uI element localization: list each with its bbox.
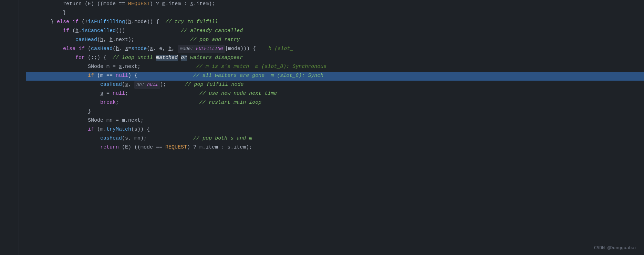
- token: if: [88, 125, 94, 134]
- code-line-3: } else if (!isFulfilling(h.mode)) { // t…: [26, 18, 644, 27]
- code-line-11: s = null; // use new node next time: [26, 90, 644, 99]
- token: ) ? m.item :: [187, 143, 227, 152]
- token: .next);: [113, 36, 190, 44]
- token: (!: [79, 18, 88, 26]
- token: snode: [131, 45, 147, 53]
- code-container: return (E) ((mode == REQUEST) ? m.item :…: [0, 0, 644, 255]
- token: );: [160, 81, 185, 89]
- token: casHead: [100, 81, 122, 89]
- code-line-12: break; // restart main loop: [26, 99, 644, 108]
- token: ,: [119, 45, 125, 53]
- token: s: [125, 81, 128, 89]
- code-line-15: if (m.tryMatch(s)) {: [26, 125, 644, 134]
- token: ,: [128, 81, 134, 89]
- token: (m.: [94, 125, 106, 134]
- token: ;: [116, 99, 199, 107]
- token: [26, 81, 100, 89]
- code-line-9: if (m == null) { // all waiters are gone…: [26, 72, 644, 81]
- token: ==: [116, 0, 128, 8]
- token: // already cancelled: [181, 27, 243, 35]
- token: for: [75, 54, 85, 62]
- token: return: [100, 143, 119, 152]
- token: // restart main loop: [199, 99, 261, 107]
- token: h: [128, 18, 131, 26]
- token: else: [57, 18, 69, 26]
- token: h: [168, 45, 172, 53]
- token: [26, 54, 75, 62]
- token: casHead: [100, 134, 122, 143]
- token: // try to fulfill: [165, 18, 218, 26]
- token: [26, 99, 100, 107]
- token: tryMatch: [106, 125, 131, 134]
- code-line-10: casHead(s, nh: null); // pop fulfill nod…: [26, 81, 644, 90]
- token: s: [190, 0, 193, 8]
- token: [26, 36, 75, 44]
- token: REQUEST: [165, 143, 187, 152]
- token: s: [100, 90, 103, 98]
- token: [26, 134, 100, 143]
- token: if: [63, 27, 69, 35]
- code-line-17: return (E) ((mode == REQUEST) ? m.item :…: [26, 143, 644, 152]
- token: }: [26, 18, 57, 26]
- token: h: [110, 36, 113, 44]
- token: null: [113, 90, 125, 98]
- code-content: return (E) ((mode == REQUEST) ? m.item :…: [19, 0, 644, 255]
- token: .item);: [230, 143, 252, 152]
- code-line-13: }: [26, 108, 644, 116]
- token: .item);: [193, 0, 215, 8]
- token: s: [150, 45, 153, 53]
- token: ,: [172, 45, 178, 53]
- token: (;;) {: [85, 54, 113, 62]
- token: [26, 143, 100, 152]
- token: s: [227, 143, 230, 152]
- line-number-gutter: [0, 0, 19, 255]
- token: s: [125, 45, 128, 53]
- token: isCancelled: [82, 27, 116, 35]
- token: |mode))) {: [225, 45, 268, 53]
- token: // all waiters are gone m (slot_8): Sync…: [193, 72, 323, 80]
- code-line-5: casHead(h, h.next); // pop and retry: [26, 36, 644, 45]
- token: ;: [125, 90, 199, 98]
- code-line-4: if (h.isCancelled()) // already cancelle…: [26, 27, 644, 36]
- token: , e,: [153, 45, 168, 53]
- token: isFulfilling: [88, 18, 125, 26]
- token: .item :: [165, 0, 190, 8]
- token: s: [119, 63, 122, 71]
- token: (: [131, 125, 134, 134]
- token: .mode)) {: [131, 18, 165, 26]
- token: h: [116, 45, 119, 53]
- token: // pop fulfill node: [185, 81, 244, 89]
- code-editor: return (E) ((mode == REQUEST) ? m.item :…: [0, 0, 644, 255]
- token: ) {: [128, 72, 193, 80]
- token: (: [147, 45, 150, 53]
- token: if: [79, 45, 85, 53]
- token: casHead: [75, 36, 97, 44]
- token: else: [63, 45, 75, 53]
- code-line-7: for (;;) { // loop until matched or wait…: [26, 54, 644, 63]
- token: // loop until matched or waiters disappe…: [113, 54, 243, 62]
- token: REQUEST: [128, 0, 150, 8]
- code-line-1: return (E) ((mode == REQUEST) ? m.item :…: [26, 0, 644, 9]
- token: (: [125, 18, 128, 26]
- token: }: [26, 108, 91, 116]
- token: break: [100, 99, 116, 107]
- token: [26, 90, 100, 98]
- code-line-16: casHead(s, mn); // pop both s and m: [26, 134, 644, 143]
- token: (E) ((mode ==: [119, 143, 165, 152]
- token: SNode mn = m.next;: [26, 116, 144, 125]
- code-line-14: SNode mn = m.next;: [26, 116, 644, 125]
- token: .: [79, 27, 82, 35]
- token: mode: [103, 0, 116, 8]
- token: [69, 18, 72, 26]
- token: (: [97, 36, 100, 44]
- token: null: [116, 72, 128, 80]
- code-line-2: }: [26, 9, 644, 18]
- token: return (E) ((: [26, 0, 103, 8]
- token: SNode m =: [26, 63, 119, 71]
- token: =: [128, 45, 131, 53]
- inline-hint-nh: nh: null: [134, 81, 160, 89]
- token: (: [69, 27, 75, 35]
- token: // use new node next time: [199, 90, 277, 98]
- watermark: CSDN @Dongguabai: [594, 244, 637, 252]
- token: if: [26, 72, 94, 80]
